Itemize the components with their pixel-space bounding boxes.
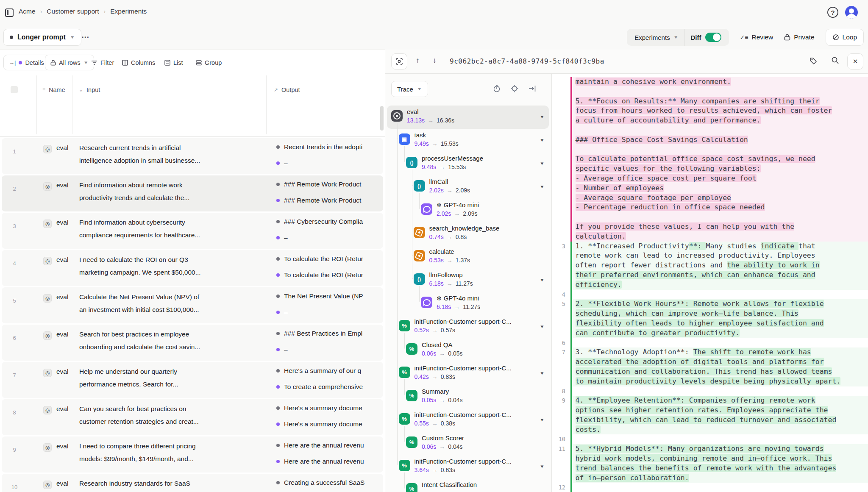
table-row[interactable]: 4◎evalI need to calculate the ROI on our… [2, 250, 383, 286]
view-selector-dropdown[interactable]: Experiments ▼ [629, 34, 684, 41]
column-divider[interactable] [72, 75, 72, 134]
table-row[interactable]: 9◎evalI need to compare three different … [2, 436, 383, 473]
output-cell: – [276, 234, 383, 242]
select-all-checkbox[interactable] [11, 86, 18, 93]
review-button[interactable]: ✓≡ Review [740, 33, 773, 41]
experiment-name-dropdown[interactable]: Longer prompt ▼ [3, 29, 81, 46]
columns-button[interactable]: Columns [122, 55, 155, 70]
trace-span-row[interactable]: ✻GPT-4o mini2.02s→2.09s [387, 199, 549, 222]
table-body: 1◎evalResearch current trends in artific… [0, 138, 385, 492]
diff-line-number [552, 319, 570, 328]
column-header-output[interactable]: ↗ Output [274, 86, 300, 93]
next-row-button[interactable]: ↓ [433, 56, 437, 65]
table-row[interactable]: 8◎evalCan you search for best practices … [2, 399, 383, 435]
collapse-all-icon[interactable] [529, 85, 536, 92]
trace-span-row[interactable]: ()processUserMessage9.48s→15.53s▼ [387, 152, 549, 175]
all-rows-dropdown[interactable]: All rows ▼ [45, 55, 94, 70]
table-row[interactable]: 5◎evalCalculate the Net Present Value (N… [2, 287, 383, 323]
search-icon[interactable] [831, 56, 839, 64]
trace-span-row[interactable]: calculate0.53s→1.37s [387, 245, 549, 269]
diff-line-added: their preferred environments, which can … [552, 270, 868, 280]
span-end-time: 0.8s [456, 233, 467, 240]
tag-icon[interactable] [809, 57, 818, 65]
table-row[interactable]: 10◎evalResearch industry standards for S… [2, 474, 383, 492]
filter-button[interactable]: Filter [91, 55, 114, 70]
span-end-time: 0.57s [441, 327, 455, 334]
diff-line-text [572, 386, 868, 396]
column-divider[interactable] [36, 75, 37, 134]
crosshair-icon[interactable] [511, 85, 518, 92]
diff-line-added: often report fewer distractions and the … [552, 261, 868, 270]
span-name: llmFollowup [429, 271, 463, 278]
more-menu-button[interactable]: ⋯ [81, 32, 90, 42]
chevron-down-icon[interactable]: ▼ [540, 371, 545, 375]
trace-span-row[interactable]: %Closed QA0.06s→0.05s [387, 339, 549, 362]
trace-span-row[interactable]: %Summary0.05s→0.04s [387, 385, 549, 409]
table-row[interactable]: 2◎evalFind information about remote work… [2, 175, 383, 211]
details-button[interactable]: →| Details [3, 55, 50, 70]
sidebar-toggle-icon[interactable] [5, 8, 14, 17]
trace-span-row[interactable]: ✻GPT-4o mini6.18s→11.27s [387, 292, 549, 315]
span-timing: 2.02s→2.09s [437, 210, 478, 217]
chevron-down-icon[interactable]: ▼ [540, 161, 545, 166]
trace-span-row[interactable]: eval13.13s→16.36s▼ [387, 106, 549, 129]
table-row[interactable]: 1◎evalResearch current trends in artific… [2, 138, 383, 174]
trace-span-row[interactable]: search_knowledge_base0.74s→0.8s [387, 222, 549, 245]
chevron-down-icon[interactable]: ▼ [540, 138, 545, 142]
output-cell: Creating a successful SaaS [276, 479, 383, 486]
avatar[interactable] [845, 6, 858, 19]
table-scrollbar[interactable] [380, 106, 384, 131]
list-button[interactable]: List [164, 55, 183, 70]
previous-row-button[interactable]: ↑ [416, 56, 420, 65]
trace-span-row[interactable]: %initFunction-Customer support-C...0.55s… [387, 409, 549, 432]
breadcrumb-org[interactable]: Acme [19, 8, 36, 15]
table-row[interactable]: 6◎evalSearch for best practices in emplo… [2, 325, 383, 361]
span-timing: 9.49s→15.53s [415, 140, 459, 147]
expand-trace-button[interactable] [391, 53, 407, 69]
diff-line-text: 5. **Focus on Results:** Many companies … [572, 97, 868, 106]
output-text: Creating a successful SaaS [284, 479, 364, 486]
column-header-input[interactable]: ⌄ Input [79, 86, 100, 93]
diff-toggle-group: Diff [685, 33, 727, 42]
chevron-down-icon[interactable]: ▼ [540, 417, 545, 422]
diff-line-removed: specific values for the following variab… [552, 164, 868, 174]
group-button[interactable]: Group [196, 55, 222, 70]
breadcrumb-section[interactable]: Experiments [110, 8, 147, 15]
chevron-down-icon[interactable]: ▼ [540, 324, 545, 329]
private-button[interactable]: Private [784, 33, 814, 41]
trace-span-row[interactable]: %initFunction-Customer support-C...0.42s… [387, 362, 549, 385]
trace-span-row[interactable]: %Intent Classification [387, 478, 549, 492]
trace-span-row[interactable]: %initFunction-Customer support-C...0.52s… [387, 315, 549, 339]
trace-view-dropdown[interactable]: Trace ▼ [391, 81, 428, 97]
trace-span-row[interactable]: ()llmFollowup6.18s→11.27s▼ [387, 269, 549, 292]
text-align-icon: ≡ [42, 87, 45, 93]
table-row[interactable]: 7◎evalHelp me understand our quarterlype… [2, 362, 383, 398]
trace-span-row[interactable]: ▣task9.49s→15.53s▼ [387, 129, 549, 152]
chevron-down-icon[interactable]: ▼ [540, 464, 545, 469]
loop-button[interactable]: Loop [826, 29, 864, 46]
diff-line-number: 9 [552, 396, 570, 406]
output-dot [276, 444, 280, 447]
experiment-status-dot [10, 36, 13, 39]
trace-span-row[interactable]: ()llmCall2.02s→2.09s▼ [387, 175, 549, 199]
breadcrumb-project[interactable]: Customer support [47, 8, 99, 15]
span-name: calculate [429, 248, 454, 255]
help-icon[interactable]: ? [827, 7, 838, 18]
span-end-time: 15.53s [448, 164, 466, 170]
table-row[interactable]: 3◎evalFind information about cybersecuri… [2, 213, 383, 249]
column-divider[interactable] [266, 75, 267, 134]
tree-guide [397, 362, 398, 385]
arrow-right-icon: → [429, 373, 441, 380]
span-duration: 0.42s [415, 373, 429, 380]
trace-span-row[interactable]: %Custom Scorer0.06s→0.04s [387, 432, 549, 455]
close-panel-button[interactable]: ✕ [847, 53, 863, 69]
diff-toggle[interactable] [705, 33, 721, 42]
timer-icon[interactable] [493, 85, 501, 92]
details-label: Details [25, 59, 44, 66]
trace-span-row[interactable]: %initFunction-Customer support-C...3.64s… [387, 455, 549, 478]
column-header-name[interactable]: ≡ Name [42, 86, 65, 93]
chevron-down-icon[interactable]: ▼ [540, 278, 545, 282]
chevron-down-icon[interactable]: ▼ [540, 114, 545, 119]
chevron-down-icon[interactable]: ▼ [540, 184, 545, 189]
diff-line-text [572, 212, 868, 222]
